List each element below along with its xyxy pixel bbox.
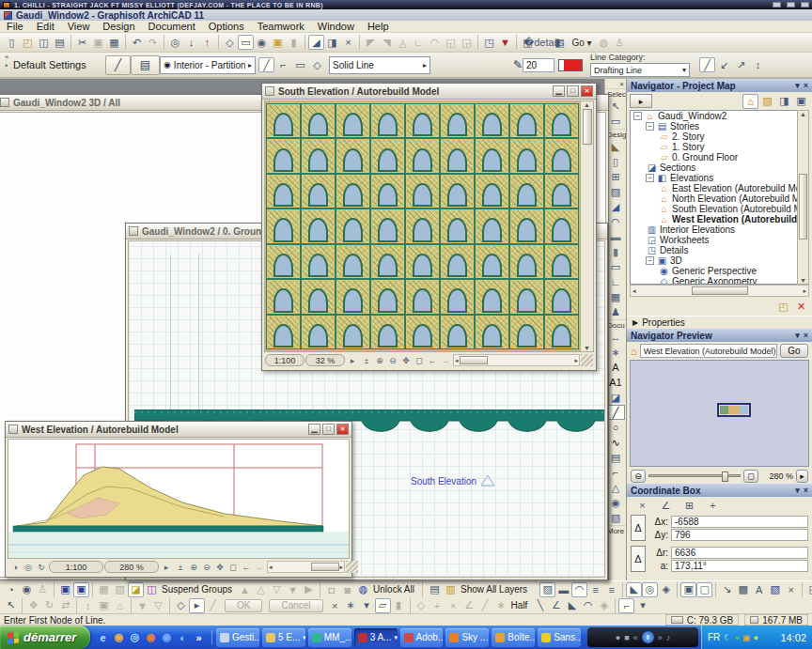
line-geometry-icon[interactable]: ╱ <box>258 57 274 72</box>
infobox-handle[interactable]: ×▪ <box>2 53 11 77</box>
close-icon[interactable]: × <box>619 80 624 88</box>
drawing-tool-icon[interactable]: ▤ <box>607 450 625 465</box>
fill-tool-icon[interactable]: ◪ <box>607 390 625 405</box>
stretch-mode-icon[interactable]: ↘ <box>719 582 735 597</box>
quick-select-icon[interactable]: ↖ <box>3 598 19 613</box>
tree-expander[interactable]: − <box>646 174 654 182</box>
menu-help[interactable]: Help <box>361 21 396 33</box>
roof-tool-icon[interactable]: ◢ <box>607 199 625 214</box>
arrow-end-icon[interactable]: ↗ <box>733 57 749 72</box>
roof-criteria-icon[interactable]: ≡ <box>603 582 619 597</box>
app-titlebar[interactable]: Gaudi_Window2 - Graphisoft ArchiCAD 11 <box>0 9 812 21</box>
walkthrough-icon[interactable]: ♙ <box>612 35 628 50</box>
taskbar-task-button[interactable]: Sky ... <box>445 628 489 647</box>
open-window-dropdown-icon[interactable]: �details <box>536 35 552 50</box>
ungroup-icon[interactable]: ▧ <box>112 582 128 597</box>
navigator-header[interactable]: Navigator - Project Map ▾× <box>627 79 812 92</box>
winamp-minimize-button[interactable] <box>773 2 781 8</box>
object-tool-icon[interactable]: ♟ <box>607 304 625 319</box>
zoom-slider[interactable] <box>648 474 741 477</box>
gravity-icon[interactable]: ▼ <box>134 598 150 613</box>
reset-order-icon[interactable]: ▶ <box>301 582 317 597</box>
snap-angle-icon[interactable]: ∠ <box>461 598 477 613</box>
copy-icon[interactable]: ▣ <box>90 35 106 50</box>
taskbar-task-button[interactable]: Sans... <box>538 628 581 647</box>
wand-dropdown-icon[interactable]: ▸ <box>189 598 205 613</box>
menu-design[interactable]: Design <box>96 21 141 33</box>
snap-tangent-icon[interactable]: ◠ <box>580 598 596 613</box>
next-zoom-icon[interactable]: → <box>439 354 452 366</box>
tree-item[interactable]: ◇Generic Axonometry <box>631 276 808 285</box>
more-quicklaunch-icon[interactable]: » <box>192 630 206 644</box>
save-icon[interactable]: ◫ <box>36 35 52 50</box>
next-zoom-icon[interactable]: → <box>253 561 266 573</box>
menu-view[interactable]: View <box>61 21 97 33</box>
collapse-icon[interactable]: ▾ <box>795 81 800 90</box>
circle-tool-icon[interactable]: ○ <box>607 420 625 435</box>
polyline-geometry-icon[interactable]: ⌐ <box>275 57 291 72</box>
maximize-button[interactable]: □ <box>567 85 579 97</box>
collapse-icon[interactable]: ▾ <box>795 331 800 340</box>
new-folder-button[interactable]: ◰ <box>775 299 791 314</box>
guide-lines-icon[interactable]: ⌐ <box>618 598 634 613</box>
close-icon[interactable]: × <box>804 486 808 495</box>
tree-item[interactable]: −▣3D <box>631 255 808 266</box>
tree-item[interactable]: ⌂North Elevation (Autorebuild Model) <box>631 193 808 204</box>
zoom-step-icon[interactable]: ± <box>174 561 187 573</box>
mirror-icon[interactable]: ⇄ <box>57 598 73 613</box>
float-window-dropdown-icon[interactable]: ◧ <box>552 35 568 50</box>
arrow-tool-icon[interactable]: ↖ <box>607 99 625 114</box>
dimension-tool-icon[interactable]: ↔ <box>607 330 625 345</box>
go-dropdown[interactable]: Go ▾ <box>568 35 596 50</box>
previous-zoom-icon[interactable]: ← <box>240 561 253 573</box>
snap-percent-icon[interactable]: × <box>445 598 461 613</box>
adjust-icon[interactable]: ◥ <box>379 35 395 50</box>
multiply-icon[interactable]: ▣ <box>96 598 112 613</box>
collapse-icon[interactable]: ▾ <box>795 486 800 495</box>
quicktime-icon[interactable]: ◐ <box>176 630 190 644</box>
window-tool-icon[interactable]: ⊞ <box>607 169 625 184</box>
messenger-icon[interactable]: ◎ <box>128 630 142 644</box>
column-tool-icon[interactable]: ▮ <box>607 244 625 259</box>
photorender-icon[interactable]: ◍ <box>596 35 612 50</box>
snap-surface-icon[interactable]: ◈ <box>596 598 612 613</box>
tree-item[interactable]: −⌂Gaudi_Window2 <box>631 111 808 121</box>
line-tool-icon[interactable]: ╱ <box>607 405 625 420</box>
pan-icon[interactable]: ✥ <box>213 561 226 573</box>
mesh-tool-icon[interactable]: ▦ <box>607 289 625 304</box>
menu-edit[interactable]: Edit <box>30 21 61 33</box>
pan-icon[interactable]: ✥ <box>399 354 413 366</box>
delta-toggle-button[interactable]: Δ <box>631 546 646 572</box>
fillet-icon[interactable]: ∟ <box>411 35 427 50</box>
inject-parameters-icon[interactable]: ↑ <box>199 35 215 50</box>
tree-item[interactable]: ▥Interior Elevations <box>631 224 808 235</box>
arch-criteria-icon[interactable]: ◠ <box>571 582 587 597</box>
tree-horizontal-scrollbar[interactable]: ◂▸ <box>630 285 809 297</box>
section-tool-icon[interactable]: ⌐ <box>607 465 625 480</box>
chevron-right-icon[interactable]: ▸ <box>160 561 173 573</box>
fit-preview-button[interactable]: ◻ <box>743 470 758 483</box>
south-elevation-canvas[interactable]: ▲▼ <box>264 100 594 352</box>
delete-icon[interactable]: × <box>340 35 356 50</box>
wall-tool-icon[interactable]: ◣ <box>607 139 625 154</box>
image-mode-icon[interactable]: ▧ <box>767 582 783 597</box>
send-to-back-icon[interactable]: ▼ <box>285 582 301 597</box>
scale-indicator[interactable]: 1:100 <box>265 354 304 366</box>
show-all-3d-icon[interactable]: ▣ <box>73 582 89 597</box>
zoom-selection-icon[interactable]: ◎ <box>22 561 35 573</box>
horizontal-scrollbar[interactable]: ◂▸ <box>453 354 580 366</box>
model-view-dropdown-icon[interactable]: ▣ <box>270 35 286 50</box>
zoom-slider-knob[interactable] <box>722 471 728 482</box>
vertical-scrollbar[interactable]: ▲▼ <box>580 101 593 351</box>
send-backward-icon[interactable]: ▽ <box>269 582 285 597</box>
resize-grip[interactable] <box>581 354 593 366</box>
taskbar-task-button[interactable]: Boîte... <box>492 628 535 647</box>
unlock-all-icon[interactable]: ◍ <box>355 582 371 597</box>
axis-mode-icon[interactable]: × <box>783 582 799 597</box>
lock-icon[interactable]: ◘ <box>323 582 339 597</box>
menu-document[interactable]: Document <box>142 21 202 33</box>
favorites-icon[interactable]: ▤ <box>131 55 160 75</box>
winamp-shade-button[interactable] <box>787 2 795 8</box>
fit-in-window-icon[interactable]: ◻ <box>226 561 240 573</box>
id-stamp-icon[interactable]: ◳ <box>481 35 497 50</box>
